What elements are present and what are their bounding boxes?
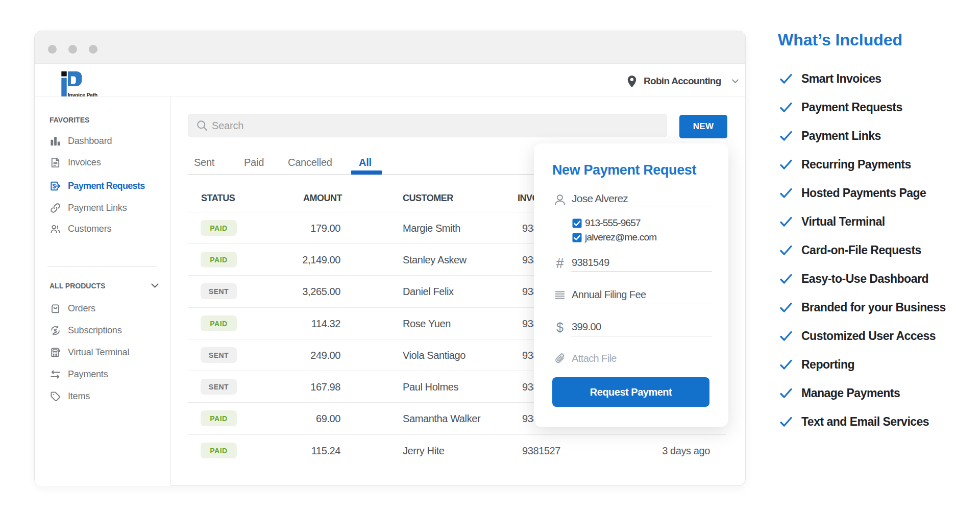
svg-text:$: $ (54, 327, 57, 333)
svg-text:$: $ (53, 182, 56, 189)
